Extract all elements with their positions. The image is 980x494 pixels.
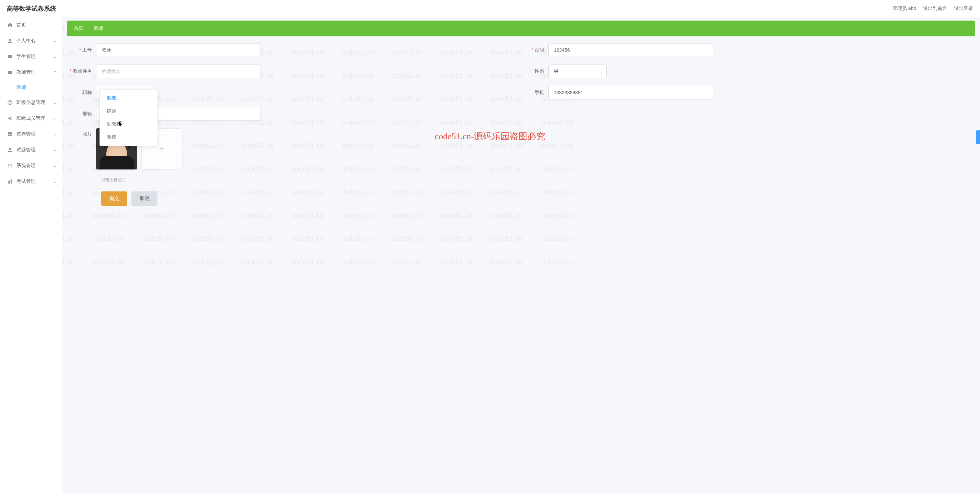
svg-rect-11 [8, 181, 9, 184]
chevron-down-icon: ⌄ [53, 38, 57, 43]
admin-label[interactable]: 管理员 abo [892, 5, 916, 12]
teacher-icon [7, 69, 13, 75]
photo-label: 照片 [68, 128, 96, 137]
teacher-form: 工号 密码 教师姓名 性别 男 ⌄ [62, 43, 980, 213]
grid-icon [7, 131, 13, 137]
sidebar-item-home[interactable]: 首页 [0, 17, 62, 33]
sidebar-item-label: 班级信息管理 [16, 100, 45, 106]
gender-label: 性别 [521, 68, 548, 75]
sidebar: 首页 个人中心 ⌄ 学生管理 ⌄ 教师管理 ⌃ 教师 ? 班级信息管理 ⌄ 班级… [0, 17, 62, 494]
svg-text:?: ? [9, 101, 11, 105]
sidebar-item-label: 考试管理 [16, 178, 36, 184]
svg-rect-5 [8, 132, 10, 134]
svg-point-9 [9, 148, 11, 150]
sidebar-item-label: 教师管理 [16, 69, 36, 75]
gender-select[interactable]: 男 ⌄ [548, 65, 607, 78]
svg-rect-1 [8, 55, 12, 58]
users-icon [7, 54, 13, 60]
employee-id-label: 工号 [68, 47, 96, 53]
svg-rect-2 [8, 71, 12, 74]
phone-label: 手机 [521, 89, 548, 96]
sidebar-item-label: 试卷管理 [16, 131, 36, 137]
settings-icon [7, 163, 13, 169]
chevron-down-icon: ⌄ [53, 54, 57, 59]
employee-id-input[interactable] [96, 43, 261, 57]
breadcrumb-home[interactable]: 首页 [74, 25, 83, 32]
submit-button[interactable]: 提交 [101, 191, 127, 206]
svg-point-0 [9, 39, 11, 41]
dropdown-option-professor[interactable]: 教授 [100, 131, 158, 144]
plus-icon: + [159, 143, 165, 154]
teacher-name-input[interactable] [96, 65, 261, 78]
chevron-down-icon: ⌄ [53, 148, 57, 152]
exit-front-link[interactable]: 退出到前台 [923, 5, 947, 12]
main-content: 首页 — 教师 工号 密码 教师姓名 [62, 17, 980, 494]
teacher-name-label: 教师姓名 [68, 68, 96, 75]
sidebar-item-papers[interactable]: 试卷管理 ⌄ [0, 126, 62, 142]
sidebar-item-teachers[interactable]: 教师管理 ⌃ [0, 65, 62, 80]
sidebar-item-class-members[interactable]: 班级成员管理 ⌄ [0, 110, 62, 126]
header-actions: 管理员 abo 退出到前台 退出登录 [892, 5, 973, 12]
sidebar-item-exams[interactable]: 考试管理 ⌄ [0, 173, 62, 189]
person-icon [7, 147, 13, 153]
chevron-down-icon: ⌄ [53, 116, 57, 121]
chevron-down-icon: ⌄ [53, 100, 57, 105]
sidebar-item-system[interactable]: 系统管理 ⌄ [0, 158, 62, 173]
sidebar-item-label: 班级成员管理 [16, 115, 45, 121]
upload-tip: 点击上传照片 [101, 177, 973, 183]
chevron-down-icon: ⌄ [53, 132, 57, 137]
breadcrumb: 首页 — 教师 [67, 21, 975, 37]
svg-rect-12 [9, 180, 10, 184]
phone-input[interactable] [548, 86, 713, 100]
chevron-down-icon: ⌄ [600, 69, 603, 74]
sidebar-item-label: 首页 [16, 22, 26, 28]
svg-rect-10 [9, 164, 11, 167]
svg-rect-13 [11, 179, 12, 184]
dropdown-option-assistant[interactable]: 助教 [100, 92, 158, 105]
home-icon [7, 22, 13, 28]
right-side-tab[interactable] [976, 130, 980, 144]
sidebar-item-label: 个人中心 [16, 38, 36, 44]
logout-link[interactable]: 退出登录 [954, 5, 973, 12]
sidebar-item-label: 学生管理 [16, 54, 36, 60]
dropdown-option-lecturer[interactable]: 讲师 [100, 105, 158, 118]
email-label: 邮箱 [68, 111, 96, 117]
sidebar-item-label: 试题管理 [16, 147, 36, 153]
title-label: 职称 [68, 89, 96, 96]
chevron-up-icon: ⌃ [53, 70, 57, 75]
chevron-down-icon: ⌄ [53, 163, 57, 168]
password-label: 密码 [521, 47, 548, 53]
dropdown-option-associate-prof[interactable]: 副教授 [100, 118, 158, 131]
chevron-down-icon: ⌄ [53, 179, 57, 184]
app-title: 高等数学试卷系统 [7, 5, 56, 13]
password-input[interactable] [548, 43, 713, 57]
cancel-button[interactable]: 取消 [131, 191, 158, 206]
help-icon: ? [7, 100, 13, 106]
breadcrumb-separator: — [86, 26, 91, 31]
send-icon [7, 115, 13, 121]
sidebar-item-class-info[interactable]: ? 班级信息管理 ⌄ [0, 95, 62, 110]
user-icon [7, 38, 13, 44]
sidebar-item-questions[interactable]: 试题管理 ⌄ [0, 142, 62, 158]
sidebar-item-students[interactable]: 学生管理 ⌄ [0, 49, 62, 65]
sidebar-subitem-teacher[interactable]: 教师 [0, 80, 62, 95]
header: 高等数学试卷系统 管理员 abo 退出到前台 退出登录 [0, 0, 980, 17]
breadcrumb-current: 教师 [94, 25, 103, 32]
svg-rect-6 [10, 132, 12, 134]
svg-rect-7 [8, 135, 10, 136]
sidebar-item-label: 系统管理 [16, 163, 36, 169]
svg-rect-8 [10, 135, 12, 136]
sidebar-item-profile[interactable]: 个人中心 ⌄ [0, 33, 62, 49]
chart-icon [7, 178, 13, 184]
title-dropdown: 助教 讲师 副教授 教授 [100, 89, 158, 146]
